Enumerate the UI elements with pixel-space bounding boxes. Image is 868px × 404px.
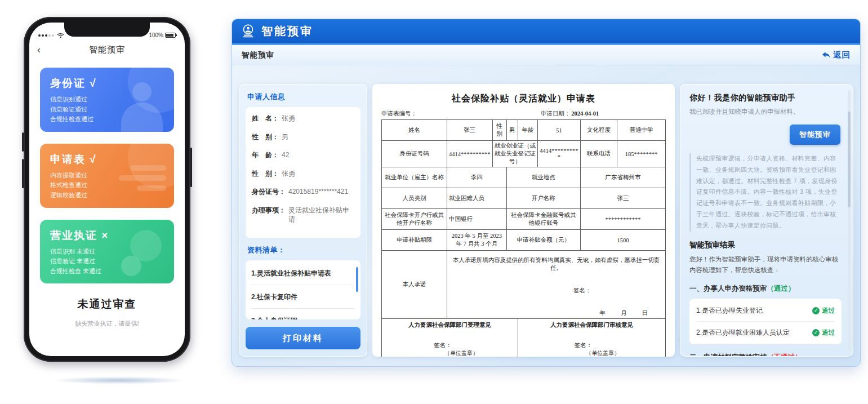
check-line: 信息识别通过 [50, 95, 164, 105]
document-title: 社会保险补贴（灵活就业）申请表 [381, 91, 666, 110]
assistant-greeting: 你好！我是你的智能预审助手 [689, 93, 842, 103]
battery-icon [165, 33, 176, 38]
breadcrumb-bar: 智能预审 返回 [232, 45, 860, 65]
table-row: 人员类别就业困难人员 开户名称张三 [382, 188, 666, 209]
material-item: 1.灵活就业社保补贴申请表 [251, 261, 354, 285]
pass-check-icon: ✓ [812, 329, 820, 336]
app-brand-title: 智能预审 [261, 24, 313, 39]
form-check-card: 申请表 √ 内容提取通过 格式检查通过 逻辑校验通过 [40, 144, 174, 208]
signature-label: 签名： [449, 287, 664, 295]
app-title-bar: 智能预审 [232, 19, 860, 45]
card-title: 申请表 √ [50, 152, 164, 167]
wifi-icon [57, 33, 64, 38]
print-materials-button[interactable]: 打印材料 [246, 327, 360, 349]
commitment-text: 本人承诺所填内容及提供的所有资料均属真实、无讹，如有虚假，愿承担一切责任。 [449, 252, 664, 272]
check-line: 格式检查通过 [50, 180, 164, 190]
assistant-analysis: 先梳理预审逻辑，分申请人资格、材料完整、内容一致、业务规则四大块。资格预审看失业… [689, 153, 842, 232]
application-form-table: 姓名张三 性别男 年龄51 文化程度普通中学 身份证号码4414********… [381, 119, 666, 357]
acceptance-opinion-cell: 人力资源社会保障部门受理意见 签名： （单位盖章） 年 月 日 [382, 319, 518, 357]
phone-screen: 100% ‹ 智能预审 身份证 √ 信息识别通过 信息验证通过 合规性检查通过 [29, 23, 185, 356]
field-name: 姓 名：张勇 [252, 114, 354, 123]
check-line: 合规性检查 未通过 [50, 267, 164, 277]
check-line: 信息验证 未通过 [50, 256, 164, 267]
section-qualification-heading: 一、办事人申办资格预审（通过） [689, 284, 842, 294]
pass-check-icon: ✓ [812, 307, 820, 314]
check-line: 合规性检查通过 [50, 114, 164, 125]
check-line: 信息识别 未通过 [50, 247, 164, 257]
idcard-check-card: 身份证 √ 信息识别通过 信息验证通过 合规性检查通过 [40, 68, 174, 132]
phone-nav-bar: ‹ 智能预审 [29, 39, 185, 60]
smart-review-button[interactable]: 智能预审 [790, 125, 840, 145]
return-arrow-icon [821, 51, 830, 59]
field-id-number: 身份证号：42015819*******421 [252, 188, 354, 197]
table-row: 申请补贴期限2023 年 5 月至 2023 年 7 月共 3 个月 申请补贴金… [382, 230, 666, 251]
back-button[interactable]: 返回 [821, 50, 851, 60]
assistant-subtext: 我已阅读并且知晓申请人的申报材料。 [689, 108, 842, 116]
commitment-cell: 本人承诺所填内容及提供的所有资料均属真实、无讹，如有虚假，愿承担一切责任。 签名… [447, 251, 665, 319]
review-result-title: 未通过审查 [29, 297, 185, 312]
phone-volume-button [22, 159, 24, 188]
commitment-row: 本人承诺 本人承诺所填内容及提供的所有资料均属真实、无讹，如有虚假，愿承担一切责… [382, 251, 666, 319]
review-result-heading: 智能预审结果 [689, 240, 842, 250]
review-opinion-cell: 人力资源社会保障部门审核意见 签名： （单位盖章） 年 月 日 [518, 319, 665, 357]
check-line: 逻辑校验通过 [50, 190, 164, 201]
card-title: 营业执证 × [50, 228, 164, 243]
phone-mockup: 100% ‹ 智能预审 身份证 √ 信息识别通过 信息验证通过 合规性检查通过 [24, 17, 190, 362]
field-gender2: 性 别：张勇 [252, 170, 354, 179]
field-matter: 办理事项：灵活就业社保补贴申请 [252, 206, 354, 224]
field-age: 年 龄：42 [252, 151, 354, 160]
section-completeness-heading: 二、申请材料完整性审核（不通过） [689, 353, 842, 357]
table-row: 就业单位（雇主）名称李四 就业地点广东省梅州市 [382, 167, 666, 188]
opinion-row: 人力资源社会保障部门受理意见 签名： （单位盖章） 年 月 日 人力资源社会保障… [382, 319, 666, 357]
phone-power-button [190, 148, 192, 187]
qualification-check-card: 1.是否已办理失业登记 ✓通过 2.是否已办理就业困难人员认定 ✓通过 [689, 299, 842, 344]
document-meta-row: 申请表编号： 申请日期：2024-04-01 [381, 110, 666, 118]
applicant-info-card: 姓 名：张勇 性 别：男 年 龄：42 性 别：张勇 身份证号：42015819… [246, 107, 360, 238]
page-title: 智能预审 [242, 50, 274, 60]
apply-date: 申请日期：2024-04-01 [541, 110, 599, 118]
table-row: 身份证号码4414********** 就业创业证（或就业失业登记证号）4414… [382, 141, 666, 167]
materials-list-title: 资料清单： [247, 245, 360, 255]
battery-percent: 100% [149, 32, 163, 38]
card-title: 身份证 √ [50, 76, 164, 91]
application-form-document: 社会保险补贴（灵活就业）申请表 申请表编号： 申请日期：2024-04-01 姓… [381, 91, 666, 357]
stamp-logo-icon [241, 24, 256, 39]
material-item: 3.个人参保证明 [251, 309, 354, 319]
smart-review-window: 智能预审 智能预审 返回 申请人信息 姓 名：张勇 性 别：男 年 龄：42 性… [232, 19, 861, 367]
review-result-intro: 您好！作为智能预审助手，现将申请资料的核心审核内容梳理如下，帮您快速核查： [689, 254, 842, 276]
table-row: 社会保障卡开户行或其他开户行名称中国银行 社会保障卡金融账号或其他银行账号***… [382, 209, 666, 230]
phone-shadow [52, 376, 187, 384]
date-ymd-label: 年 月 日 [449, 309, 664, 317]
form-number-label: 申请表编号： [381, 110, 541, 118]
check-item: 2.是否已办理就业困难人员认定 ✓通过 [696, 322, 835, 343]
signal-wifi-icon [38, 33, 64, 38]
table-row: 姓名张三 性别男 年龄51 文化程度普通中学 [382, 120, 666, 141]
phone-page-title: 智能预审 [89, 45, 125, 55]
materials-scrollbar[interactable] [356, 267, 358, 292]
check-item: 1.是否已办理失业登记 ✓通过 [696, 300, 835, 322]
phone-volume-button [22, 132, 24, 152]
materials-list: 1.灵活就业社保补贴申请表 2.社保卡复印件 3.个人参保证明 4.完税证明 5… [246, 260, 360, 319]
review-result-note: 缺失营业执证，请提供! [29, 319, 185, 328]
license-check-card: 营业执证 × 信息识别 未通过 信息验证 未通过 合规性检查 未通过 [40, 220, 174, 284]
phone-notch [64, 23, 150, 37]
check-line: 信息验证通过 [50, 105, 164, 115]
check-line: 内容提取通过 [50, 171, 164, 181]
applicant-info-title: 申请人信息 [247, 92, 360, 102]
assistant-panel: 你好！我是你的智能预审助手 我已阅读并且知晓申请人的申报材料。 智能预审 先梳理… [680, 84, 853, 357]
material-item: 2.社保卡复印件 [251, 285, 354, 309]
assistant-scrollbar-thumb[interactable] [848, 112, 851, 207]
applicant-panel: 申请人信息 姓 名：张勇 性 别：男 年 龄：42 性 别：张勇 身份证号：42… [239, 84, 367, 357]
back-chevron-icon[interactable]: ‹ [37, 45, 41, 55]
field-gender: 性 别：男 [252, 133, 354, 142]
document-viewer-panel: 社会保险补贴（灵活就业）申请表 申请表编号： 申请日期：2024-04-01 姓… [372, 84, 675, 357]
